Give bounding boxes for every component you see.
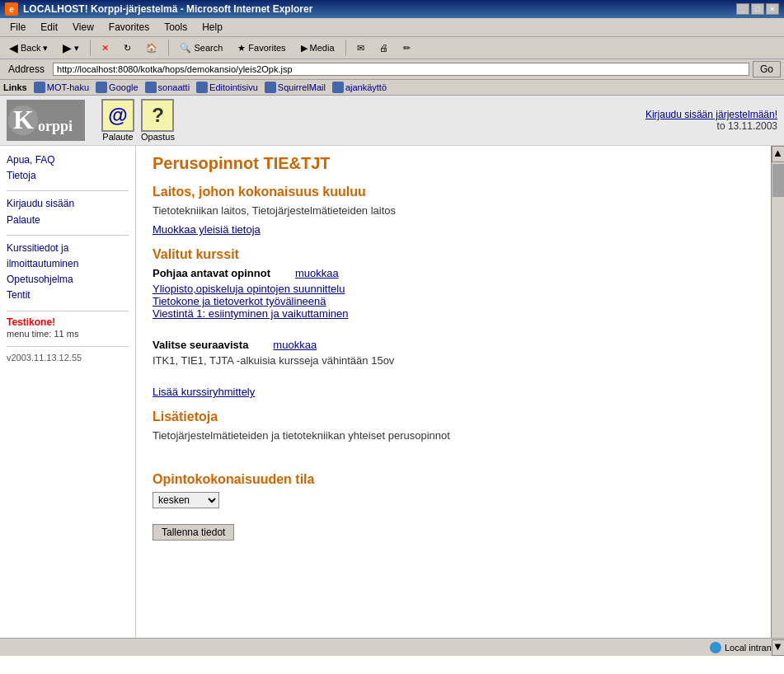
maximize-button[interactable]: □	[751, 3, 764, 15]
sidebar-divider-3	[7, 311, 129, 311]
palaute-icon: @	[101, 99, 134, 132]
sidebar-item-tentit[interactable]: Tentit	[7, 288, 129, 303]
home-icon: 🏠	[146, 43, 157, 54]
back-button[interactable]: ◀ Back ▾	[3, 39, 54, 57]
address-bar: Address Go	[0, 59, 784, 80]
sidebar-item-kirjaudu[interactable]: Kirjaudu sisään	[7, 196, 129, 212]
menu-time: menu time: 11 ms	[7, 329, 78, 339]
muokkaa1-link[interactable]: muokkaa	[295, 267, 339, 279]
links-label: Links	[3, 82, 27, 92]
links-bar-squirrel[interactable]: SquirrelMail	[265, 82, 326, 93]
status-right: 🌐 Local intranet	[710, 642, 779, 653]
sidebar-group-2: Kirjaudu sisään Palaute	[7, 196, 129, 227]
stop-icon: ✕	[101, 43, 109, 54]
page-header: K orppi @ Palaute ? Opastus	[0, 96, 784, 146]
window-title: LOCALHOST! Korppi-järjestelmä - Microsof…	[23, 3, 312, 15]
opastus-icon-box[interactable]: ? Opastus	[141, 99, 175, 142]
stop-button[interactable]: ✕	[96, 40, 115, 56]
status-bar: 🌐 Local intranet	[0, 638, 784, 656]
course-link-2[interactable]: Viestintä 1: esiintyminen ja vaikuttamin…	[153, 307, 754, 320]
sidebar-group-3: Kurssitiedot ja ilmoittautuminen Opetuso…	[7, 241, 129, 304]
date-text: to 13.11.2003	[717, 120, 777, 132]
forward-button[interactable]: ▶ ▾	[57, 39, 85, 57]
tila-select[interactable]: kesken valmis ei aloitettu	[153, 492, 219, 508]
scrollbar[interactable]: ▲ ▼	[771, 146, 784, 638]
browser-content: K orppi @ Palaute ? Opastus	[0, 96, 784, 638]
mail-button[interactable]: ✉	[351, 40, 370, 56]
course-link-0[interactable]: Yliopisto,opiskeluja opintojen suunnitte…	[153, 283, 754, 295]
print-button[interactable]: 🖨	[373, 40, 394, 55]
links-bar-mot[interactable]: MOT-haku	[34, 82, 89, 93]
search-icon: 🔍	[180, 43, 191, 54]
forward-arrow-icon: ▶	[63, 41, 72, 54]
pohjaa-label: Pohjaa antavat opinnot	[153, 267, 270, 279]
minimize-button[interactable]: _	[736, 3, 749, 15]
sidebar-testikone-group: Testikone! menu time: 11 ms	[7, 316, 129, 339]
sidebar-divider-4	[7, 346, 129, 347]
toolbar-separator-3	[345, 40, 346, 56]
refresh-button[interactable]: ↻	[118, 40, 137, 56]
links-bar-editointi[interactable]: Editointisivu	[196, 82, 258, 93]
back-arrow-icon: ◀	[9, 41, 18, 54]
menu-bar: File Edit View Favorites Tools Help	[0, 18, 784, 37]
page-title: Perusopinnot TIE&TJT	[153, 154, 754, 173]
menu-edit[interactable]: Edit	[34, 20, 64, 35]
palaute-icon-box[interactable]: @ Palaute	[101, 99, 134, 142]
main-layout: Apua, FAQ Tietoja Kirjaudu sisään Palaut…	[0, 146, 784, 638]
links-bar-ajankaytto[interactable]: ajankäyttö	[332, 82, 387, 93]
header-right: Kirjaudu sisään järjestelmään! to 13.11.…	[646, 109, 777, 132]
menu-favorites[interactable]: Favorites	[102, 20, 156, 35]
toolbar: ◀ Back ▾ ▶ ▾ ✕ ↻ 🏠 🔍 Search ★ Favorites …	[0, 37, 784, 59]
go-button[interactable]: Go	[753, 61, 781, 77]
muokkaa2-link[interactable]: muokkaa	[273, 339, 317, 351]
menu-view[interactable]: View	[66, 20, 101, 35]
header-icons: @ Palaute ? Opastus	[101, 99, 175, 142]
sidebar-item-opetusohjelma[interactable]: Opetusohjelma	[7, 272, 129, 288]
tila-heading: Opintokokonaisuuden tila	[153, 472, 754, 487]
home-button[interactable]: 🏠	[140, 40, 163, 56]
favorites-button[interactable]: ★ Favorites	[232, 40, 291, 56]
edit-icon: ✏	[403, 43, 411, 54]
close-button[interactable]: ×	[766, 3, 779, 15]
menu-tools[interactable]: Tools	[157, 20, 194, 35]
lisatietoja-text: Tietojärjestelmätieteiden ja tietoteknii…	[153, 429, 754, 442]
link-icon	[34, 82, 45, 93]
dept-heading: Laitos, johon kokonaisuus kuuluu	[153, 185, 754, 199]
link-icon	[96, 82, 107, 93]
link-icon	[265, 82, 276, 93]
valitse-label: Valitse seuraavista	[153, 339, 248, 351]
testikone-label: Testikone!	[7, 316, 55, 328]
sidebar-item-apua[interactable]: Apua, FAQ	[7, 152, 129, 168]
link-icon	[332, 82, 344, 93]
links-bar-sonaatti[interactable]: sonaatti	[145, 82, 190, 93]
edit-general-link[interactable]: Muokkaa yleisiä tietoja	[153, 223, 261, 236]
media-icon: ▶	[301, 43, 307, 54]
search-button[interactable]: 🔍 Search	[174, 40, 228, 56]
sidebar-item-palaute[interactable]: Palaute	[7, 213, 129, 228]
courses-heading: Valitut kurssit	[153, 247, 754, 262]
dept-text: Tietotekniikan laitos, Tietojärjestelmät…	[153, 204, 754, 217]
menu-file[interactable]: File	[3, 20, 32, 35]
toolbar-separator	[90, 40, 91, 56]
lisaa-kurssi-link[interactable]: Lisää kurssiryhmittely	[153, 386, 255, 398]
korppi-logo: K orppi	[7, 100, 85, 141]
version-label: v2003.11.13.12.55	[7, 353, 82, 363]
svg-text:orppi: orppi	[38, 118, 73, 134]
edit-button[interactable]: ✏	[397, 40, 416, 56]
sidebar-group-1: Apua, FAQ Tietoja	[7, 152, 129, 184]
content-area: Perusopinnot TIE&TJT Laitos, johon kokon…	[136, 146, 771, 638]
sidebar-item-kurssitiedot[interactable]: Kurssitiedot ja ilmoittautuminen	[7, 241, 129, 272]
course-link-1[interactable]: Tietokone ja tietoverkot työvälineenä	[153, 295, 754, 307]
address-input[interactable]	[53, 63, 749, 76]
opastus-label: Opastus	[141, 132, 175, 142]
menu-help[interactable]: Help	[195, 20, 229, 35]
link-icon	[196, 82, 208, 93]
links-bar-google[interactable]: Google	[96, 82, 138, 93]
tallenna-button[interactable]: Tallenna tiedot	[153, 524, 234, 541]
media-button[interactable]: ▶ Media	[295, 40, 340, 56]
pohjaa-row: Pohjaa antavat opinnot muokkaa	[153, 267, 754, 279]
star-icon: ★	[237, 43, 246, 54]
login-link[interactable]: Kirjaudu sisään järjestelmään!	[646, 109, 777, 120]
sidebar-item-tietoja[interactable]: Tietoja	[7, 168, 129, 184]
valitse-row: Valitse seuraavista muokkaa	[153, 339, 754, 351]
